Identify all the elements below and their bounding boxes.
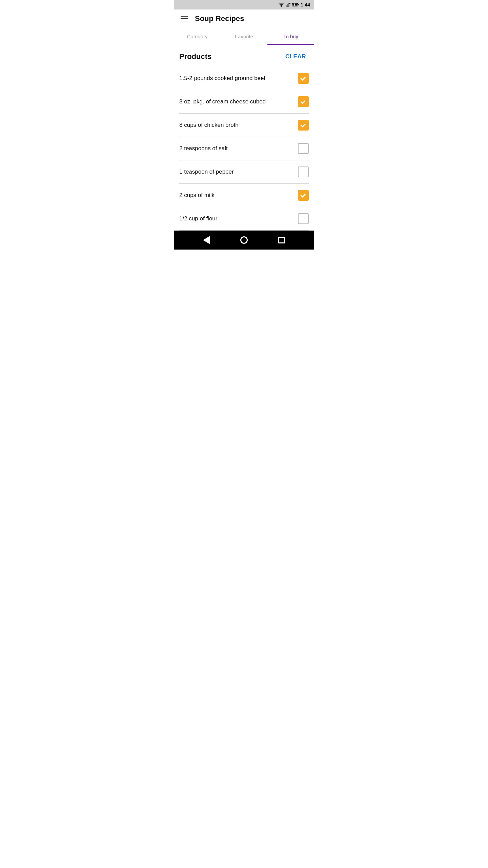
bottom-navigation: [174, 231, 314, 250]
products-header: Products CLEAR: [179, 45, 309, 67]
mobile-signal-icon: [286, 3, 290, 7]
status-icons: 1:44: [279, 2, 310, 7]
product-checkbox[interactable]: [298, 190, 309, 201]
home-button[interactable]: [237, 233, 251, 247]
clear-button[interactable]: CLEAR: [283, 52, 309, 61]
product-item[interactable]: 8 cups of chicken broth: [179, 114, 309, 137]
page-title: Soup Recipes: [195, 14, 244, 23]
product-name: 1.5-2 pounds cooked ground beef: [179, 75, 292, 82]
product-checkbox[interactable]: [298, 73, 309, 84]
product-item[interactable]: 2 cups of milk: [179, 184, 309, 207]
product-checkbox[interactable]: [298, 166, 309, 177]
product-name: 1 teaspoon of pepper: [179, 169, 292, 175]
status-time: 1:44: [301, 2, 310, 7]
product-name: 2 teaspoons of salt: [179, 145, 292, 152]
product-item[interactable]: 1/2 cup of flour: [179, 207, 309, 231]
back-triangle-icon: [203, 236, 210, 244]
menu-button[interactable]: [179, 15, 189, 23]
product-name: 2 cups of milk: [179, 192, 292, 199]
product-list: 1.5-2 pounds cooked ground beef8 oz. pkg…: [179, 67, 309, 231]
product-item[interactable]: 8 oz. pkg. of cream cheese cubed: [179, 90, 309, 114]
product-checkbox[interactable]: [298, 96, 309, 107]
product-checkbox[interactable]: [298, 143, 309, 154]
tab-bar: Category Favorite To buy: [174, 28, 314, 45]
wifi-icon: [279, 3, 284, 7]
svg-rect-10: [298, 4, 299, 5]
tab-category[interactable]: Category: [174, 28, 221, 45]
back-button[interactable]: [200, 233, 213, 247]
product-checkbox[interactable]: [298, 120, 309, 131]
status-bar: 1:44: [174, 0, 314, 9]
recent-square-icon: [278, 237, 285, 243]
svg-rect-5: [287, 4, 288, 7]
product-name: 8 cups of chicken broth: [179, 122, 292, 129]
product-item[interactable]: 2 teaspoons of salt: [179, 137, 309, 160]
svg-rect-4: [286, 5, 287, 7]
product-item[interactable]: 1.5-2 pounds cooked ground beef: [179, 67, 309, 90]
main-content: Products CLEAR 1.5-2 pounds cooked groun…: [174, 45, 314, 231]
product-name: 1/2 cup of flour: [179, 215, 292, 222]
svg-point-3: [281, 6, 282, 7]
products-title: Products: [179, 52, 211, 61]
tab-to-buy[interactable]: To buy: [267, 28, 314, 45]
app-header: Soup Recipes: [174, 9, 314, 28]
svg-rect-6: [288, 3, 289, 7]
product-name: 8 oz. pkg. of cream cheese cubed: [179, 98, 292, 105]
product-checkbox[interactable]: [298, 213, 309, 224]
battery-icon: [292, 3, 299, 7]
recent-button[interactable]: [275, 233, 288, 247]
product-item[interactable]: 1 teaspoon of pepper: [179, 160, 309, 184]
tab-favorite[interactable]: Favorite: [221, 28, 267, 45]
home-circle-icon: [240, 236, 248, 244]
